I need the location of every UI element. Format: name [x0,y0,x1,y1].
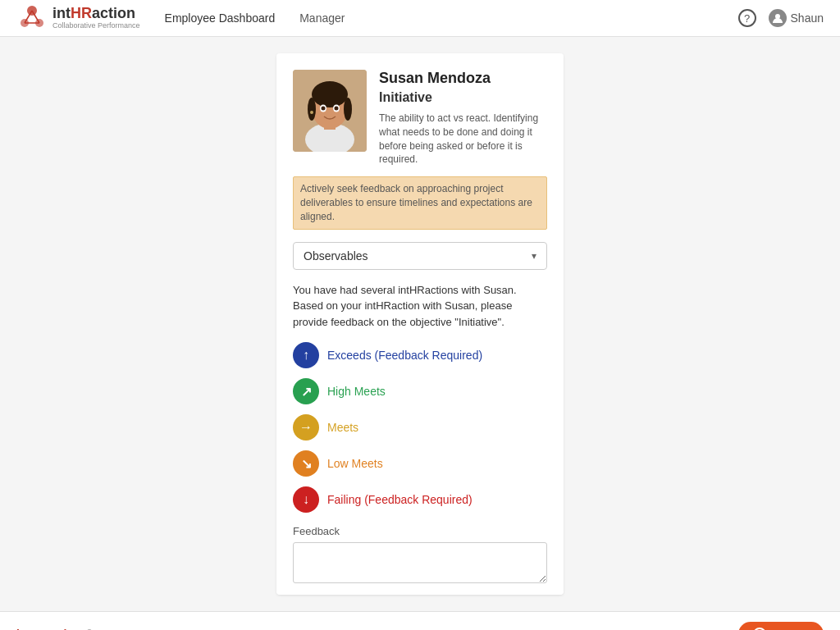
user-menu[interactable]: Shaun [769,9,824,27]
feedback-label: Feedback [293,525,547,537]
footer-right: 2.13.2-7-test ? Support [657,622,824,630]
logo-text: intHRaction [52,6,140,22]
nav-employee-dashboard[interactable]: Employee Dashboard [165,11,276,25]
observables-dropdown[interactable]: Observables ▾ [293,242,547,270]
rating-exceeds[interactable]: ↑ Exceeds (Feedback Required) [293,342,547,368]
nav-manager[interactable]: Manager [299,11,345,25]
profile-info: Susan Mendoza Initiative The ability to … [379,70,547,167]
feedback-textarea[interactable] [293,542,547,583]
app-footer: intHRaction © 2022. Terms of Service 2.1… [0,611,840,630]
help-icon[interactable]: ? [738,9,756,27]
employee-name: Susan Mendoza [379,70,547,87]
rating-circle-exceeds: ↑ [293,342,319,368]
rating-label-meets: Meets [327,421,358,434]
app-header: intHRaction Collaborative Performance Em… [0,0,840,37]
logo-subtitle: Collaborative Performance [52,22,140,30]
feedback-card: Susan Mendoza Initiative The ability to … [276,53,564,595]
objective-description: The ability to act vs react. Identifying… [379,112,547,167]
highlighted-prompt: Actively seek feedback on approaching pr… [293,176,547,229]
main-nav: Employee Dashboard Manager [165,11,738,25]
user-name: Shaun [791,11,824,25]
rating-meets[interactable]: → Meets [293,414,547,441]
rating-label-high-meets: High Meets [327,385,386,398]
rating-options: ↑ Exceeds (Feedback Required) ↗ High Mee… [293,342,547,513]
header-right: ? Shaun [738,9,824,27]
rating-circle-meets: → [293,414,319,441]
profile-photo [293,70,367,152]
svg-point-11 [312,81,348,107]
logo[interactable]: intHRaction Collaborative Performance [16,2,140,34]
svg-point-13 [344,98,352,121]
user-avatar-icon [769,9,787,27]
rating-circle-failing: ↓ [293,486,319,513]
rating-circle-low-meets: ↘ [293,450,319,477]
rating-circle-high-meets: ↗ [293,378,319,404]
objective-title: Initiative [379,90,547,105]
svg-point-12 [308,98,316,121]
profile-photo-svg [293,70,367,152]
profile-section: Susan Mendoza Initiative The ability to … [293,70,547,167]
svg-point-18 [310,111,313,114]
instruction-text: You have had several intHRactions with S… [293,282,547,331]
svg-point-16 [322,107,326,111]
logo-icon [16,2,48,34]
rating-label-low-meets: Low Meets [327,457,383,470]
support-button[interactable]: ? Support [738,622,824,630]
rating-label-failing: Failing (Feedback Required) [327,493,472,506]
main-content: Susan Mendoza Initiative The ability to … [0,37,840,611]
rating-high-meets[interactable]: ↗ High Meets [293,378,547,404]
rating-label-exceeds: Exceeds (Feedback Required) [327,349,482,362]
observables-dropdown-label: Observables [304,249,368,262]
rating-failing[interactable]: ↓ Failing (Feedback Required) [293,486,547,513]
svg-point-17 [335,107,339,111]
chevron-down-icon: ▾ [532,250,536,262]
rating-low-meets[interactable]: ↘ Low Meets [293,450,547,477]
